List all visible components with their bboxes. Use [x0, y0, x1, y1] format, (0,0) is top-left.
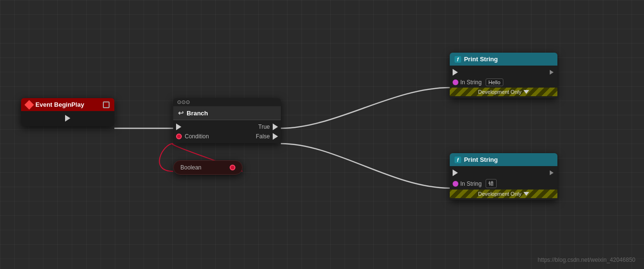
connections-svg	[0, 0, 644, 269]
print-string-top-node: f Print String In String Hello Developme…	[450, 53, 557, 98]
string-value-bot[interactable]: 错	[486, 179, 497, 188]
exec-true-pin[interactable]	[273, 123, 278, 130]
event-begin-play-title: Event BeginPlay	[35, 101, 84, 108]
condition-label: Condition	[185, 133, 209, 140]
dev-arrow-bot	[523, 192, 529, 196]
branch-true-out[interactable]: True	[258, 123, 278, 130]
in-string-label-bot: In String	[460, 180, 482, 187]
string-value-top[interactable]: Hello	[486, 78, 503, 86]
boolean-body: Boolean	[173, 160, 243, 175]
branch-node: ⊙⊙⊙ ↩ Branch True Condition False	[173, 98, 281, 143]
branch-false-out[interactable]: False	[256, 133, 278, 140]
branch-exec-in[interactable]	[176, 123, 181, 130]
branch-condition-in[interactable]: Condition	[176, 133, 209, 140]
ps-bot-exec-in[interactable]	[453, 169, 458, 176]
func-icon-bottom: f	[455, 157, 461, 163]
print-string-top-body: In String Hello Development Only	[450, 66, 557, 98]
dev-only-top: Development Only	[450, 88, 557, 96]
ps-bot-exec-in-pin[interactable]	[453, 169, 458, 176]
func-icon-top: f	[455, 56, 461, 63]
branch-comment: ⊙⊙⊙	[173, 98, 281, 106]
watermark-text: https://blog.csdn.net/weixin_42046850	[538, 257, 635, 263]
exec-false-pin[interactable]	[273, 133, 278, 140]
branch-icon: ↩	[178, 109, 184, 117]
string-pin-top[interactable]	[453, 79, 458, 85]
branch-exec-row: True	[173, 122, 281, 132]
branch-title: Branch	[187, 110, 208, 117]
branch-true-label: True	[258, 123, 270, 130]
ps-top-exec-row	[450, 67, 557, 77]
watermark: https://blog.csdn.net/weixin_42046850	[538, 257, 635, 263]
branch-condition-row: Condition False	[173, 132, 281, 141]
dev-only-bot-label: Development Only	[478, 191, 522, 197]
string-pin-bot[interactable]	[453, 181, 458, 187]
event-begin-play-body	[21, 111, 114, 126]
event-node-icon	[103, 101, 110, 108]
print-string-top-title: Print String	[464, 56, 498, 63]
ps-bot-exec-row	[450, 168, 557, 178]
ps-bot-string-row: In String 错	[450, 178, 557, 190]
ps-bot-exec-out-pin[interactable]	[550, 170, 555, 175]
print-string-bottom-header: f Print String	[450, 153, 557, 166]
exec-out-pin[interactable]	[65, 115, 70, 122]
event-diamond-icon	[24, 100, 34, 110]
dev-only-bot: Development Only	[450, 190, 557, 198]
boolean-node: Boolean	[173, 160, 243, 175]
print-string-bottom-body: In String 错 Development Only	[450, 166, 557, 200]
branch-body: True Condition False	[173, 120, 281, 143]
event-begin-play-node: Event BeginPlay	[21, 98, 114, 126]
ps-bot-exec-out[interactable]	[550, 170, 555, 175]
print-string-top-header: f Print String	[450, 53, 557, 66]
branch-false-label: False	[256, 133, 270, 140]
ps-top-string-row: In String Hello	[450, 77, 557, 88]
print-string-bottom-node: f Print String In String 错 Development O…	[450, 153, 557, 200]
ps-top-exec-in[interactable]	[453, 69, 458, 76]
ps-top-exec-out-pin[interactable]	[550, 70, 555, 75]
ps-top-exec-out[interactable]	[550, 70, 555, 75]
ps-top-string-in[interactable]: In String Hello	[453, 78, 503, 86]
branch-header: ↩ Branch	[173, 106, 281, 120]
in-string-label-top: In String	[460, 79, 482, 86]
exec-in-pin[interactable]	[176, 123, 181, 130]
dev-arrow-top	[523, 90, 529, 94]
ps-bot-string-in[interactable]: In String 错	[453, 179, 497, 188]
boolean-out-pin[interactable]	[230, 165, 235, 170]
condition-pin[interactable]	[176, 134, 182, 139]
boolean-label: Boolean	[180, 164, 201, 171]
ps-top-exec-in-pin[interactable]	[453, 69, 458, 76]
event-begin-play-header: Event BeginPlay	[21, 98, 114, 111]
dev-only-top-label: Development Only	[478, 89, 522, 95]
print-string-bottom-title: Print String	[464, 156, 498, 163]
